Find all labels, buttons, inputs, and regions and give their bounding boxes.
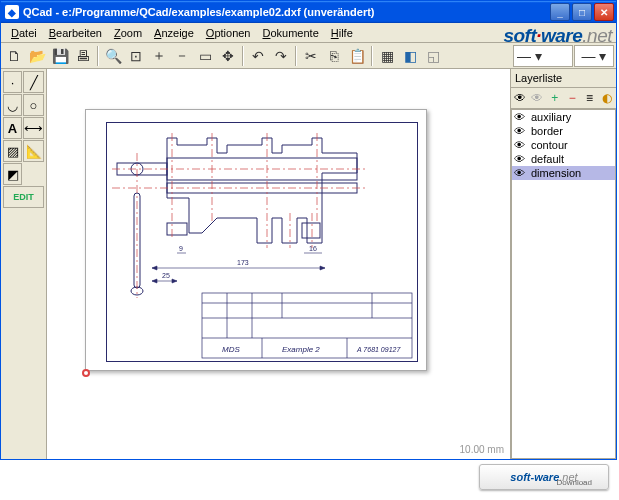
blocks-icon[interactable]: ◱: [422, 45, 444, 67]
titleblock-title: Example 2: [282, 345, 320, 354]
menu-optionen[interactable]: Optionen: [200, 25, 257, 41]
minimize-button[interactable]: _: [550, 3, 570, 21]
tool-dimension[interactable]: ⟷: [23, 117, 44, 139]
scale-readout: 10.00 mm: [460, 444, 504, 455]
print-icon[interactable]: 🖶: [72, 45, 94, 67]
maximize-button[interactable]: □: [572, 3, 592, 21]
eye-icon: 👁: [514, 139, 528, 151]
dim-16: 16: [309, 245, 317, 252]
tool-measure[interactable]: 📐: [23, 140, 44, 162]
layer-panel-title: Layerliste: [511, 69, 616, 87]
window-title: QCad - e:/Programme/QCad/examples/exampl…: [23, 6, 550, 18]
tool-point[interactable]: ·: [3, 71, 22, 93]
zoom-out-icon[interactable]: －: [171, 45, 193, 67]
drawing-canvas[interactable]: 173 25 9 16: [47, 69, 511, 459]
grid-icon[interactable]: ▦: [376, 45, 398, 67]
dim-173: 173: [237, 259, 249, 266]
layer-add-icon[interactable]: +: [548, 90, 562, 106]
menu-bearbeiten[interactable]: Bearbeiten: [43, 25, 108, 41]
redo-icon[interactable]: ↷: [270, 45, 292, 67]
zoom-redraw-icon[interactable]: 🔍: [102, 45, 124, 67]
eye-icon: 👁: [514, 111, 528, 123]
zoom-auto-icon[interactable]: ⊡: [125, 45, 147, 67]
layer-list[interactable]: 👁auxiliary 👁border 👁contour 👁default 👁di…: [511, 109, 616, 459]
new-file-icon[interactable]: 🗋: [3, 45, 25, 67]
layer-panel: Layerliste 👁 👁 + − ≡ ◐ 👁auxiliary 👁borde…: [511, 69, 616, 459]
layer-row-contour[interactable]: 👁contour: [512, 138, 615, 152]
tool-arc[interactable]: ◡: [3, 94, 22, 116]
dim-9: 9: [179, 245, 183, 252]
app-window: ◆ QCad - e:/Programme/QCad/examples/exam…: [0, 0, 617, 460]
left-toolbox: · ╱ ◡ ○ A ⟷ ▨ 📐 ◩ EDIT: [1, 69, 47, 459]
menu-dokumente[interactable]: Dokumente: [256, 25, 324, 41]
titleblock-number: A 7681 09127: [356, 346, 401, 353]
layer-row-default[interactable]: 👁default: [512, 152, 615, 166]
drawing-border: 173 25 9 16: [106, 122, 418, 362]
tool-text[interactable]: A: [3, 117, 22, 139]
undo-icon[interactable]: ↶: [247, 45, 269, 67]
close-button[interactable]: ✕: [594, 3, 614, 21]
watermark-logo: soft·ware.net: [503, 25, 612, 47]
zoom-window-icon[interactable]: ▭: [194, 45, 216, 67]
menu-zoom[interactable]: Zoom: [108, 25, 148, 41]
eye-icon: 👁: [514, 167, 528, 179]
drawing-paper: 173 25 9 16: [85, 109, 427, 371]
menu-datei[interactable]: Datei: [5, 25, 43, 41]
paste-icon[interactable]: 📋: [346, 45, 368, 67]
layers-icon[interactable]: ◧: [399, 45, 421, 67]
layer-showall-icon[interactable]: 👁: [513, 90, 527, 106]
tool-edit[interactable]: EDIT: [3, 186, 44, 208]
cut-icon[interactable]: ✂: [300, 45, 322, 67]
tool-tag[interactable]: ◩: [3, 163, 22, 185]
layer-remove-icon[interactable]: −: [565, 90, 579, 106]
menu-hilfe[interactable]: Hilfe: [325, 25, 359, 41]
svg-rect-6: [167, 223, 187, 235]
download-badge[interactable]: soft-ware.net Download: [479, 464, 609, 490]
open-file-icon[interactable]: 📂: [26, 45, 48, 67]
save-file-icon[interactable]: 💾: [49, 45, 71, 67]
svg-rect-7: [302, 223, 320, 238]
layer-row-dimension[interactable]: 👁dimension: [512, 166, 615, 180]
dim-25: 25: [162, 272, 170, 279]
titleblock-project: MDS: [222, 345, 240, 354]
zoom-pan-icon[interactable]: ✥: [217, 45, 239, 67]
lineweight-dropdown[interactable]: — ▾: [574, 45, 614, 67]
app-icon: ◆: [5, 5, 19, 19]
download-badge-sub: Download: [556, 478, 592, 487]
eye-icon: 👁: [514, 125, 528, 137]
layer-edit-icon[interactable]: ◐: [600, 90, 614, 106]
tool-hatch[interactable]: ▨: [3, 140, 22, 162]
menu-anzeige[interactable]: Anzeige: [148, 25, 200, 41]
tool-line[interactable]: ╱: [23, 71, 44, 93]
layer-row-border[interactable]: 👁border: [512, 124, 615, 138]
copy-icon[interactable]: ⎘: [323, 45, 345, 67]
titlebar[interactable]: ◆ QCad - e:/Programme/QCad/examples/exam…: [1, 1, 616, 23]
content-area: · ╱ ◡ ○ A ⟷ ▨ 📐 ◩ EDIT: [1, 69, 616, 459]
drawing-svg: 173 25 9 16: [107, 123, 417, 363]
layer-hideall-icon[interactable]: 👁: [530, 90, 544, 106]
layer-toolbar: 👁 👁 + − ≡ ◐: [511, 87, 616, 109]
layer-row-auxiliary[interactable]: 👁auxiliary: [512, 110, 615, 124]
menubar: Datei Bearbeiten Zoom Anzeige Optionen D…: [1, 23, 616, 43]
eye-icon: 👁: [514, 153, 528, 165]
layer-list-icon[interactable]: ≡: [582, 90, 596, 106]
tool-circle[interactable]: ○: [23, 94, 44, 116]
zoom-in-icon[interactable]: ＋: [148, 45, 170, 67]
origin-marker: [82, 369, 90, 377]
linestyle-dropdown[interactable]: — ▾: [513, 45, 573, 67]
